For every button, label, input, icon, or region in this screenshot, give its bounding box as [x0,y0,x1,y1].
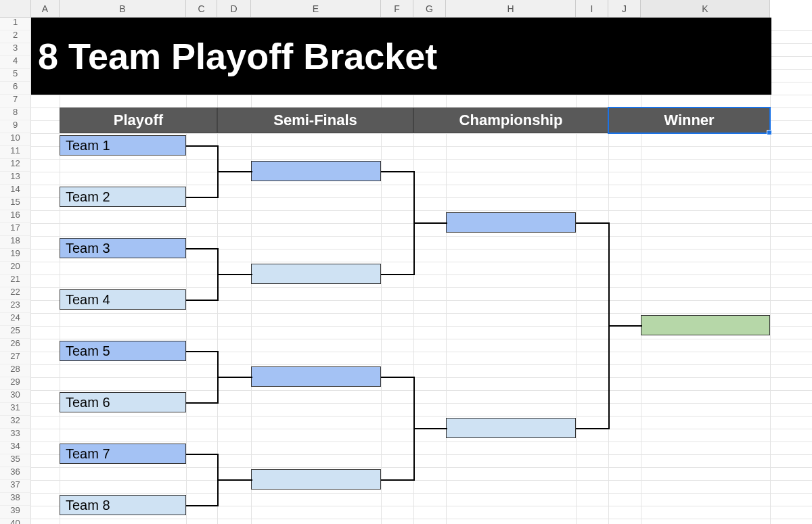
row-header-7[interactable]: 7 [0,95,31,108]
col-header-G[interactable]: G [413,0,446,18]
semi-slot-3[interactable] [251,366,381,387]
champ-slot-2[interactable] [446,418,576,438]
col-header-K[interactable]: K [641,0,770,18]
connector [186,145,219,147]
connector [413,222,447,224]
col-header-E[interactable]: E [251,0,381,18]
connector [186,454,219,455]
row-header-5[interactable]: 5 [0,69,31,82]
row-header-33[interactable]: 33 [0,429,31,442]
row-header-13[interactable]: 13 [0,172,31,185]
team-slot-3[interactable]: Team 3 [60,238,186,258]
row-header-10[interactable]: 10 [0,133,31,146]
connector [381,274,415,275]
connector [217,479,252,481]
row-header-9[interactable]: 9 [0,120,31,133]
row-header-21[interactable]: 21 [0,275,31,287]
col-header-C[interactable]: C [186,0,217,18]
row-header-17[interactable]: 17 [0,223,31,236]
row-header-19[interactable]: 19 [0,249,31,262]
connector [186,351,219,352]
connector [413,428,447,429]
row-header-23[interactable]: 23 [0,300,31,313]
connector [186,300,219,301]
row-header-3[interactable]: 3 [0,43,31,56]
connector [381,377,415,378]
row-header-30[interactable]: 30 [0,390,31,403]
row-header-29[interactable]: 29 [0,377,31,390]
row-header-25[interactable]: 25 [0,326,31,339]
col-header-D[interactable]: D [217,0,251,18]
row-header-37[interactable]: 37 [0,480,31,493]
row-header-27[interactable]: 27 [0,352,31,364]
round-header-playoff[interactable]: Playoff [60,108,217,133]
round-header-championship[interactable]: Championship [413,108,608,133]
row-header-24[interactable]: 24 [0,313,31,326]
connector [186,197,219,198]
row-header-14[interactable]: 14 [0,185,31,197]
col-header-B[interactable]: B [60,0,186,18]
row-header-38[interactable]: 38 [0,493,31,506]
team-slot-6[interactable]: Team 6 [60,392,186,412]
round-header-semifinals[interactable]: Semi-Finals [217,108,413,133]
selection-handle[interactable] [767,130,772,135]
row-header-2[interactable]: 2 [0,30,31,43]
row-header-4[interactable]: 4 [0,56,31,69]
row-header-6[interactable]: 6 [0,82,31,95]
row-header-34[interactable]: 34 [0,442,31,454]
connector [381,479,415,481]
connector [576,222,610,224]
connector [217,171,252,172]
col-header-F[interactable]: F [381,0,413,18]
team-slot-2[interactable]: Team 2 [60,187,186,207]
row-header-11[interactable]: 11 [0,146,31,159]
col-header-J[interactable]: J [608,0,641,18]
connector [186,248,219,249]
grid[interactable]: 8 Team Playoff BracketPlayoffSemi-Finals… [31,18,812,524]
team-slot-5[interactable]: Team 5 [60,341,186,361]
row-header-15[interactable]: 15 [0,197,31,210]
row-header-32[interactable]: 32 [0,416,31,429]
col-header-A[interactable]: A [31,0,60,18]
row-header-26[interactable]: 26 [0,339,31,352]
row-header-31[interactable]: 31 [0,403,31,416]
row-header-35[interactable]: 35 [0,454,31,467]
col-header-I[interactable]: I [576,0,608,18]
round-header-winner[interactable]: Winner [608,108,770,133]
row-header-22[interactable]: 22 [0,287,31,300]
row-header-16[interactable]: 16 [0,210,31,223]
team-slot-1[interactable]: Team 1 [60,135,186,156]
team-slot-4[interactable]: Team 4 [60,289,186,310]
semi-slot-1[interactable] [251,161,381,181]
row-header-8[interactable]: 8 [0,108,31,120]
column-headers: ABCDEFGHIJK [31,0,770,18]
semi-slot-2[interactable] [251,264,381,284]
connector [217,274,252,275]
row-header-20[interactable]: 20 [0,262,31,275]
connector [186,402,219,404]
semi-slot-4[interactable] [251,469,381,490]
winner-slot[interactable] [641,315,770,335]
corner-cell[interactable] [0,0,31,18]
row-header-12[interactable]: 12 [0,159,31,172]
connector [381,171,415,172]
champ-slot-1[interactable] [446,212,576,233]
spreadsheet: 1234567891011121314151617181920212223242… [0,0,812,524]
row-header-28[interactable]: 28 [0,364,31,377]
connector [217,377,252,378]
col-header-H[interactable]: H [446,0,576,18]
row-header-39[interactable]: 39 [0,506,31,519]
team-slot-7[interactable]: Team 7 [60,444,186,464]
connector [608,325,642,327]
page-title: 8 Team Playoff Bracket [31,18,771,95]
row-header-36[interactable]: 36 [0,467,31,480]
team-slot-8[interactable]: Team 8 [60,495,186,515]
row-header-40[interactable]: 40 [0,519,31,524]
connector [186,505,219,506]
connector [576,428,610,429]
row-header-1[interactable]: 1 [0,18,31,30]
row-header-18[interactable]: 18 [0,236,31,249]
